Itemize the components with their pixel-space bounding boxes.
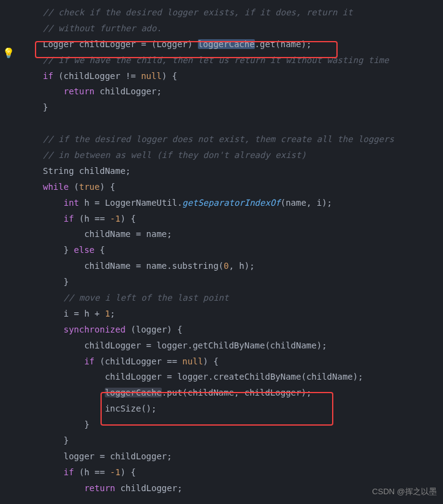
code-line: int h = LoggerNameUtil.getSeparatorIndex… <box>18 195 443 211</box>
code-line <box>18 116 443 132</box>
code-text: childLogger = logger.createChildByName(c… <box>105 372 363 382</box>
code-line: // in between as well (if they don't alr… <box>18 148 443 164</box>
code-text: (h == <box>74 214 110 224</box>
code-line: } <box>18 100 443 116</box>
comment-text: // move i left of the last point <box>64 293 229 303</box>
code-editor[interactable]: // check if the desired logger exists, i… <box>0 0 443 497</box>
code-line: synchronized (logger) { <box>18 322 443 338</box>
code-text: ) { <box>120 467 135 477</box>
brace: } <box>84 419 89 429</box>
code-text: .get(name); <box>255 39 312 49</box>
code-line: // without further ado. <box>18 21 443 37</box>
keyword: int <box>64 198 79 208</box>
selected-text: loggerCache <box>198 39 255 49</box>
code-line: return childLogger; <box>18 84 443 100</box>
code-line: // move i left of the last point <box>18 290 443 306</box>
code-text: ) { <box>120 214 135 224</box>
code-line: if (childLogger == null) { <box>18 354 443 370</box>
watermark-text: CSDN @挥之以墨 <box>372 484 437 499</box>
code-line: incSize(); <box>18 401 443 417</box>
occurrence-highlight: loggerCache <box>105 388 162 397</box>
code-line: if (childLogger != null) { <box>18 69 443 85</box>
code-text: , h); <box>229 261 254 271</box>
code-text: ) { <box>203 356 218 366</box>
comment-text: // in between as well (if they don't alr… <box>43 150 306 160</box>
code-line: i = h + 1; <box>18 306 443 322</box>
keyword: return <box>64 86 95 96</box>
method-call: getSeparatorIndexOf <box>183 198 281 208</box>
code-line: childName = name.substring(0, h); <box>18 258 443 274</box>
code-line: } <box>18 417 443 433</box>
code-text: childLogger; <box>94 86 162 96</box>
code-line: } else { <box>18 243 443 258</box>
code-text: .put(childName, childLogger); <box>162 388 311 397</box>
code-line: logger = childLogger; <box>18 449 443 465</box>
code-text: ) { <box>100 182 115 192</box>
keyword: if <box>64 214 74 224</box>
null-literal: null <box>141 71 162 81</box>
code-text: childLogger; <box>115 483 183 493</box>
code-text: i = h + <box>64 309 105 318</box>
code-line: String childName; <box>18 164 443 179</box>
keyword: if <box>84 356 94 366</box>
code-line: if (h == -1) { <box>18 465 443 481</box>
brace: } <box>64 245 74 255</box>
code-text: (childLogger == <box>94 356 182 366</box>
keyword: if <box>64 467 74 477</box>
code-text: incSize(); <box>105 404 156 413</box>
code-text: Logger childLogger = (Logger) <box>43 39 198 49</box>
code-text: h = LoggerNameUtil. <box>79 198 183 208</box>
keyword: else <box>74 245 95 255</box>
code-line: childName = name; <box>18 227 443 243</box>
number-literal: -1 <box>110 214 121 224</box>
code-line: Logger childLogger = (Logger) loggerCach… <box>18 37 443 53</box>
brace: { <box>94 245 105 255</box>
keyword: synchronized <box>64 325 126 334</box>
code-text: (name, i); <box>281 198 332 208</box>
code-text: String childName; <box>43 166 131 176</box>
keyword: return <box>84 483 115 493</box>
code-line: childLogger = logger.getChildByName(chil… <box>18 338 443 354</box>
paren: ( <box>69 182 79 192</box>
code-text: (childLogger != <box>53 71 141 81</box>
code-text: childLogger = logger.getChildByName(chil… <box>84 340 327 350</box>
code-text: childName = name; <box>84 229 172 239</box>
number-literal: -1 <box>110 467 121 477</box>
code-text: (logger) { <box>126 325 183 334</box>
code-text: (h == <box>74 467 110 477</box>
comment-text: // if we have the child, then let us ret… <box>43 55 389 65</box>
brace: } <box>64 435 69 445</box>
code-line: loggerCache.put(childName, childLogger); <box>18 385 443 401</box>
number-literal: 1 <box>105 309 110 318</box>
code-line: } <box>18 433 443 449</box>
code-text: ; <box>110 309 115 318</box>
code-text: childName = name.substring( <box>84 261 224 271</box>
code-line: if (h == -1) { <box>18 211 443 227</box>
bool-literal: true <box>79 182 100 192</box>
code-text: ) { <box>162 71 177 81</box>
code-line: // if we have the child, then let us ret… <box>18 53 443 69</box>
keyword: if <box>43 71 53 81</box>
code-line: // check if the desired logger exists, i… <box>18 5 443 21</box>
comment-text: // check if the desired logger exists, i… <box>43 7 353 17</box>
code-text: logger = childLogger; <box>64 451 172 461</box>
code-line: while (true) { <box>18 179 443 195</box>
brace: } <box>43 102 48 112</box>
comment-text: // without further ado. <box>43 23 162 33</box>
code-line: } <box>18 274 443 290</box>
code-line: // if the desired logger does not exist,… <box>18 132 443 148</box>
comment-text: // if the desired logger does not exist,… <box>43 134 394 144</box>
brace: } <box>64 277 69 287</box>
keyword: while <box>43 182 69 192</box>
code-line: childLogger = logger.createChildByName(c… <box>18 369 443 385</box>
null-literal: null <box>183 356 203 366</box>
